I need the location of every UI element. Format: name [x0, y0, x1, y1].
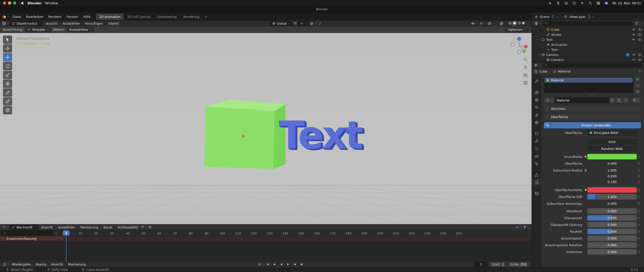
field-oberfl-che[interactable]: Principled BSDF [587, 130, 637, 135]
shading-solid-button[interactable] [512, 21, 517, 26]
outliner-item-label[interactable]: Text [551, 48, 557, 52]
window-close-button[interactable] [3, 2, 6, 5]
field-0-100[interactable]: 0.100 [587, 179, 637, 185]
object-tab[interactable] [532, 130, 541, 137]
editor-type-button[interactable] [534, 63, 538, 67]
control-center-icon[interactable] [596, 1, 600, 5]
field-oberfl-che[interactable]: 0.000 [587, 161, 637, 166]
viewport-menu-ausw-hlen[interactable]: Auswählen [60, 21, 82, 26]
summary-channel-header[interactable]: Zusammenfassung [0, 236, 64, 241]
timeline-snap-toggle[interactable] [141, 225, 144, 229]
field-grundfarbe[interactable] [587, 154, 637, 159]
topbar-menu-datei[interactable]: Datei [10, 14, 23, 19]
filter-chevron[interactable] [640, 22, 642, 25]
topbar-menu-fenster[interactable]: Fenster [64, 14, 80, 19]
channel-filter-button[interactable] [53, 231, 59, 235]
add-workspace-button[interactable]: + [203, 14, 210, 19]
field-subsurface-radius[interactable]: 1.000 [587, 167, 637, 173]
outliner-row-camera[interactable]: Camera [532, 57, 644, 62]
field-anisotropische-rotation[interactable]: 0.000 [587, 242, 637, 248]
topbar-menu-bearbeiten[interactable]: Bearbeiten [24, 14, 46, 19]
summary-expand-icon[interactable] [2, 237, 5, 240]
disable-in-render-toggle[interactable] [638, 38, 641, 41]
rotate-tool[interactable] [3, 62, 12, 70]
new-viewlayer-button[interactable] [587, 15, 591, 18]
menubar-item-window[interactable]: Window [45, 1, 58, 5]
decorate-dot[interactable] [638, 181, 640, 183]
zoom-button[interactable] [523, 57, 528, 62]
outliner-row-camera[interactable]: Camera [532, 52, 644, 57]
decorate-dot[interactable] [638, 217, 640, 219]
cursor-tool[interactable] [3, 44, 12, 53]
measure-tool[interactable] [3, 97, 12, 106]
breadcrumb-item-cube[interactable]: Cube [539, 70, 547, 73]
keyframe-indicator[interactable] [585, 169, 587, 171]
falloff-icon[interactable] [318, 22, 322, 25]
shading-wireframe-button[interactable] [508, 21, 512, 26]
blender-menu-chevron[interactable] [7, 15, 10, 18]
remove-material-slot-button[interactable] [634, 83, 641, 88]
filter-button[interactable] [523, 225, 527, 229]
render-tab[interactable] [532, 89, 541, 95]
blender-logo-icon[interactable] [2, 14, 7, 19]
field-0-200[interactable]: 0.200 [587, 173, 637, 179]
expand-icon[interactable] [537, 53, 540, 56]
display-icon[interactable] [564, 1, 568, 5]
editor-type-button[interactable] [534, 21, 538, 25]
outliner-item-label[interactable]: Camera [551, 58, 564, 62]
texture-tab[interactable] [532, 190, 541, 197]
dopesheet-menu-ausw-hlen[interactable]: Auswählen [56, 225, 77, 230]
workspace-tab-rendering[interactable]: Rendering [180, 14, 203, 20]
playhead-tab[interactable]: 1 [63, 230, 69, 235]
editor-type-button[interactable] [2, 225, 6, 229]
shading-material-button[interactable] [517, 21, 521, 26]
app-menu-blender[interactable]: Blender [27, 1, 42, 5]
new-scene-button[interactable] [551, 15, 554, 18]
visibility-chevron[interactable] [476, 22, 478, 25]
decorate-dot[interactable] [638, 196, 640, 198]
keyframe-indicator[interactable] [585, 156, 587, 158]
channel-search-field[interactable] [2, 231, 52, 235]
viewlayer-selector[interactable]: ViewLayer [569, 15, 586, 19]
hide-in-viewport-toggle[interactable] [632, 58, 635, 61]
show-visibility-button[interactable] [471, 21, 475, 25]
outliner-row-text[interactable]: Text [532, 37, 644, 42]
add-cube-tool[interactable] [3, 106, 12, 114]
snap-settings[interactable] [298, 21, 309, 26]
field-oberfl-chenfarbe[interactable] [587, 187, 637, 193]
proportional-chevron[interactable] [152, 226, 155, 228]
playback-menu-keying[interactable]: Keying [33, 262, 49, 267]
sync-chevron[interactable] [520, 226, 522, 228]
outliner-search-field[interactable] [543, 21, 633, 26]
text-object[interactable]: Text [279, 116, 361, 154]
outliner-row-text[interactable]: aText [532, 47, 644, 52]
field-anisotropisch[interactable]: 0.000 [587, 235, 637, 241]
hide-in-viewport-toggle[interactable] [632, 53, 635, 56]
decorate-dot[interactable] [638, 237, 640, 239]
playback-menu-markierung[interactable]: Markierung [66, 262, 88, 267]
snap-chevron[interactable] [145, 226, 147, 228]
dopesheet-menu-ansicht[interactable]: Ansicht [39, 225, 55, 230]
decorate-dot[interactable] [638, 162, 640, 164]
current-frame-field[interactable]: 1 [474, 262, 488, 267]
bluetooth-icon[interactable] [556, 1, 560, 5]
keyframe-indicator[interactable] [585, 189, 587, 191]
proportional-toggle[interactable] [148, 225, 152, 229]
select-box-tool[interactable] [3, 36, 12, 44]
pan-button[interactable] [523, 65, 528, 70]
field-glanzpunkt-f-rbung[interactable]: 0.000 [587, 222, 637, 227]
snap-toggle[interactable] [293, 22, 297, 25]
viewport-menu-objekt[interactable]: Objekt [106, 21, 121, 26]
dopesheet-menu-schl-sselbild[interactable]: Schlüsselbild [115, 225, 140, 230]
editor-type-chevron[interactable] [7, 263, 9, 265]
auto-keying-toggle[interactable] [258, 262, 261, 266]
outliner-row-animation[interactable]: Animation [532, 42, 644, 47]
dopesheet-area[interactable]: 1020304050607080901001101201301401501601… [0, 230, 532, 261]
window-titlebar[interactable]: Blender [0, 6, 644, 13]
editor-type-chevron[interactable] [539, 64, 542, 66]
decorate-dot[interactable] [638, 202, 640, 205]
slot-specials-button[interactable] [634, 89, 641, 94]
dopesheet-grid[interactable] [0, 241, 532, 261]
hide-in-viewport-toggle[interactable] [632, 28, 635, 31]
drag-mode-dropdown[interactable]: Auswahlbox [67, 27, 94, 32]
